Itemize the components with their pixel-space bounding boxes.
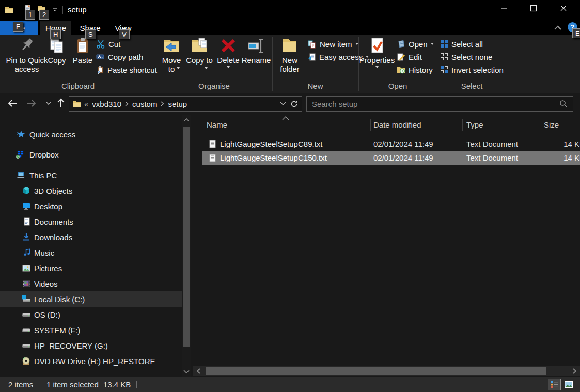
search-input[interactable] (307, 100, 559, 108)
chevron-down-icon (51, 6, 58, 13)
back-button[interactable] (5, 96, 20, 111)
forward-button[interactable] (24, 96, 39, 111)
close-button[interactable] (552, 0, 575, 17)
dvd-drive-icon (22, 357, 30, 365)
refresh-icon[interactable] (290, 100, 299, 108)
minimize-button[interactable] (492, 0, 516, 17)
explorer-folder-icon (5, 6, 14, 14)
delete-button[interactable]: Delete (215, 37, 242, 68)
properties-button[interactable]: Properties (360, 37, 394, 68)
copy-to-button[interactable]: Copy to (186, 37, 213, 65)
breadcrumb-chevron-icon[interactable] (125, 101, 129, 106)
details-view-button[interactable] (548, 379, 561, 390)
search-icon[interactable] (559, 100, 568, 108)
pin-to-quick-access-button[interactable]: Pin to Quick access (3, 37, 51, 73)
scrollbar-thumb[interactable] (183, 127, 190, 347)
copy-button[interactable]: Copy (44, 37, 69, 65)
column-divider[interactable] (370, 119, 371, 131)
breadcrumb-item[interactable]: vxbd310 (92, 100, 121, 108)
sort-ascending-icon[interactable] (282, 116, 289, 120)
local-disk-c-icon (22, 295, 31, 303)
search-box[interactable] (306, 96, 573, 112)
breadcrumb-chevron-icon[interactable] (161, 101, 164, 106)
copy-icon (48, 37, 66, 55)
scrollbar-thumb[interactable] (206, 367, 546, 375)
invert-selection-button[interactable]: Invert selection (440, 64, 504, 75)
sidebar-item-this-pc[interactable]: This PC (0, 167, 182, 183)
sidebar-item-local-disk-c[interactable]: Local Disk (C:) (0, 291, 182, 307)
sidebar-item-pictures[interactable]: Pictures (0, 260, 182, 276)
collapse-ribbon-button[interactable] (554, 23, 564, 30)
sidebar-item-music[interactable]: Music (0, 245, 182, 260)
title-bar: 1 2 setup (0, 0, 580, 21)
column-header-date-modified[interactable]: Date modified (373, 120, 421, 129)
address-bar[interactable]: « vxbd310 custom setup (69, 96, 302, 112)
sidebar-item-desktop[interactable]: Desktop (0, 198, 182, 214)
address-dropdown-icon[interactable] (280, 102, 286, 106)
up-button[interactable] (54, 96, 68, 111)
music-icon (23, 248, 31, 257)
file-row-selected[interactable]: LightGaugeSteelSetupC150.txt 02/01/2024 … (202, 151, 580, 165)
copy-path-button[interactable]: Copy path (96, 51, 143, 62)
sidebar-item-downloads[interactable]: Downloads (0, 229, 182, 245)
sidebar-item-videos[interactable]: Videos (0, 276, 182, 291)
move-to-button[interactable]: Move to (158, 37, 185, 73)
sidebar-item-documents[interactable]: Documents (0, 214, 182, 229)
ribbon: Pin to Quick access Copy Paste (0, 35, 580, 93)
open-button[interactable]: Open (397, 38, 434, 50)
close-icon (560, 5, 567, 12)
qat-customize-button[interactable] (51, 6, 58, 15)
sidebar-item-dvd-drive-h[interactable]: DVD RW Drive (H:) HP_RESTORE (0, 353, 182, 369)
column-divider[interactable] (541, 119, 541, 131)
cut-button[interactable]: Cut (96, 38, 120, 50)
dropbox-icon (16, 150, 25, 159)
move-to-icon (163, 37, 180, 55)
file-name: LightGaugeSteelSetupC89.txt (220, 137, 322, 151)
sidebar-item-system-f[interactable]: SYSTEM (F:) (0, 322, 182, 338)
scroll-down-icon[interactable] (183, 370, 190, 374)
scroll-up-icon[interactable] (183, 118, 190, 122)
column-header-size[interactable]: Size (544, 120, 559, 129)
chevron-up-icon (554, 25, 562, 30)
dropdown-caret-icon (205, 67, 208, 69)
select-all-button[interactable]: Select all (440, 38, 483, 50)
select-none-icon (440, 53, 448, 61)
column-divider[interactable] (462, 119, 463, 131)
rename-button[interactable]: Rename (242, 37, 271, 65)
breadcrumb-item[interactable]: setup (168, 100, 187, 108)
file-keytip: F (13, 22, 23, 32)
thumbnail-view-icon (564, 381, 573, 388)
sidebar-scrollbar[interactable] (182, 115, 191, 377)
column-header-name[interactable]: Name (207, 120, 227, 129)
file-date: 02/01/2024 11:49 (373, 137, 433, 151)
view-keytip: V (119, 29, 130, 39)
select-all-icon (440, 40, 448, 48)
dropdown-caret-icon (227, 66, 230, 68)
paste-shortcut-button[interactable]: Paste shortcut (96, 64, 157, 75)
breadcrumb-item[interactable]: custom (132, 100, 157, 108)
edit-button[interactable]: Edit (397, 51, 422, 62)
sidebar-item-os-d[interactable]: OS (D:) (0, 307, 182, 322)
column-header-type[interactable]: Type (466, 120, 483, 129)
scroll-right-icon[interactable] (573, 368, 577, 374)
select-none-button[interactable]: Select none (440, 51, 492, 62)
minimize-icon (500, 5, 508, 12)
maximize-button[interactable] (522, 0, 545, 17)
sidebar-item-quick-access[interactable]: Quick access (0, 127, 182, 142)
file-type: Text Document (466, 137, 518, 151)
file-row[interactable]: LightGaugeSteelSetupC89.txt 02/01/2024 1… (202, 137, 580, 151)
scroll-left-icon[interactable] (196, 368, 200, 374)
thumbnail-view-button[interactable] (562, 379, 575, 390)
history-button[interactable]: History (397, 64, 433, 75)
sidebar-item-hp-recovery-g[interactable]: HP_RECOVERY (G:) (0, 338, 182, 353)
new-item-button[interactable]: New item (308, 38, 358, 50)
sidebar-item-dropbox[interactable]: Dropbox (0, 147, 182, 162)
sidebar-item-3d-objects[interactable]: 3D Objects (0, 183, 182, 198)
new-folder-button[interactable]: New folder (276, 37, 304, 73)
horizontal-scrollbar[interactable] (193, 366, 580, 376)
paste-button[interactable]: Paste (70, 37, 95, 65)
copy-to-icon (191, 37, 208, 55)
pictures-icon (22, 264, 30, 272)
organise-group-label: Organise (156, 81, 272, 91)
breadcrumb-overflow-icon[interactable]: « (84, 100, 88, 108)
